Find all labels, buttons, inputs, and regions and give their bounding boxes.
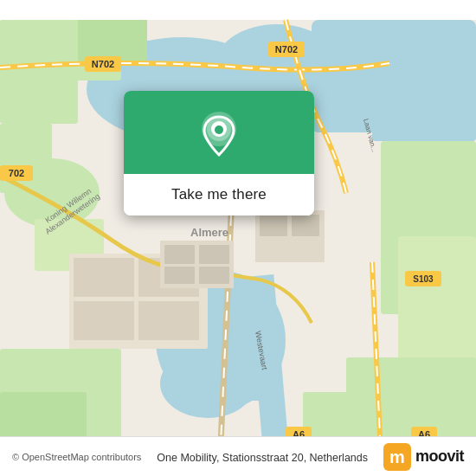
svg-rect-8: [372, 72, 476, 141]
svg-rect-16: [398, 236, 476, 366]
svg-rect-46: [199, 267, 229, 284]
bottom-left-section: © OpenStreetMap contributors: [12, 452, 141, 462]
svg-rect-43: [164, 245, 195, 264]
moovit-icon: m: [383, 443, 411, 471]
map-container: N702 N702 702 S103 A6 A6 Koning Willemn …: [0, 0, 476, 476]
svg-text:702: 702: [9, 168, 24, 178]
svg-rect-49: [292, 215, 319, 236]
svg-text:N702: N702: [92, 59, 114, 69]
popup-green-header: [124, 91, 314, 174]
moovit-logo-text: moovit: [415, 447, 464, 466]
svg-text:S103: S103: [413, 274, 434, 284]
svg-rect-25: [138, 301, 199, 340]
svg-point-54: [215, 125, 223, 134]
map-background: N702 N702 702 S103 A6 A6 Koning Willemn …: [0, 0, 476, 476]
svg-text:m: m: [389, 447, 405, 466]
svg-rect-48: [260, 215, 287, 236]
svg-rect-44: [199, 245, 229, 264]
svg-rect-45: [164, 267, 195, 284]
svg-text:Almere: Almere: [190, 226, 228, 239]
svg-text:N702: N702: [275, 44, 298, 55]
bottom-address: One Mobility, Stationsstraat 20, Netherl…: [157, 452, 368, 464]
location-pin-icon: [198, 110, 240, 158]
svg-rect-24: [74, 301, 134, 340]
bottom-address-section: One Mobility, Stationsstraat 20, Netherl…: [157, 449, 368, 465]
svg-rect-22: [74, 258, 134, 297]
osm-copyright: © OpenStreetMap contributors: [12, 452, 141, 462]
take-me-there-button[interactable]: Take me there: [124, 174, 314, 215]
popup-card: Take me there: [124, 91, 314, 215]
bottom-bar: © OpenStreetMap contributors One Mobilit…: [0, 436, 476, 476]
moovit-logo: m moovit: [383, 443, 464, 471]
